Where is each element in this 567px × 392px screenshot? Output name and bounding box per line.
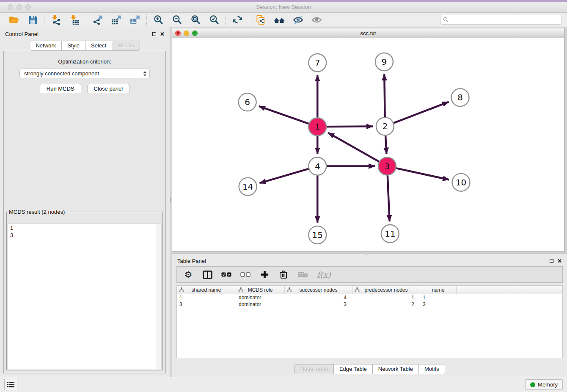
table-panel: Table Panel ✕ ⚙ (172, 254, 567, 377)
cell-shared-name[interactable]: 3 (177, 301, 236, 307)
column-type-icon (238, 287, 243, 292)
open-session-button[interactable] (8, 14, 20, 25)
network-canvas-svg[interactable]: 7968124314101511 (172, 38, 564, 251)
tab-edge-table[interactable]: Edge Table (333, 364, 373, 374)
edge-2-8[interactable] (385, 102, 449, 127)
node-table-body: 1dominator4113dominator323 (177, 294, 562, 308)
tab-motifs[interactable]: Motifs (418, 364, 445, 374)
criterion-select[interactable]: strongly connected component (19, 69, 150, 78)
app-title: Session: New Session (0, 4, 567, 10)
gear-icon: ⚙ (184, 270, 193, 280)
splitter-handle[interactable] (365, 253, 371, 254)
zoom-in-icon (153, 14, 164, 25)
run-mcds-button[interactable]: Run MCDS (40, 84, 81, 94)
refresh-icon (232, 14, 243, 25)
table-row[interactable]: 3dominator323 (177, 301, 562, 308)
search-input[interactable] (450, 17, 559, 23)
minimize-network-button[interactable]: − (184, 30, 189, 36)
control-panel-controls: ✕ (152, 32, 165, 36)
column-view-button[interactable] (202, 269, 212, 281)
main-toolbar (0, 13, 567, 27)
edge-3-10[interactable] (387, 166, 449, 180)
eye-icon (311, 14, 322, 25)
deselect-all-columns-button[interactable] (240, 269, 250, 281)
float-panel-icon[interactable] (152, 32, 156, 36)
cell-predecessor-nodes[interactable]: 1 (352, 295, 420, 301)
hide-selected-button[interactable] (292, 14, 304, 25)
list-icon (7, 381, 14, 388)
add-column-button[interactable] (259, 269, 270, 281)
network-canvas[interactable]: 7968124314101511 (172, 38, 564, 251)
duplicate-network-button[interactable] (255, 14, 267, 25)
save-floppy-icon (28, 14, 38, 25)
close-panel-icon[interactable]: ✕ (160, 32, 165, 36)
table-panel-header: Table Panel ✕ (172, 254, 567, 265)
tab-style[interactable]: Style (61, 41, 85, 51)
edge-3-1[interactable] (328, 133, 387, 166)
network-window-titlebar: scc.txt ✕ − + (172, 28, 564, 38)
panel-splitter-handle[interactable] (169, 198, 171, 204)
table-settings-button[interactable]: ⚙ (183, 269, 193, 281)
optimization-criterion-label: Optimization criterion: (4, 58, 165, 65)
delete-table-button (297, 269, 308, 281)
toolbar-search[interactable] (440, 15, 562, 25)
maximize-window-button[interactable] (25, 4, 31, 10)
close-panel-button[interactable]: Close panel (87, 84, 130, 94)
refresh-view-button[interactable] (231, 14, 243, 25)
export-network-icon (92, 14, 103, 25)
save-session-button[interactable] (27, 14, 39, 25)
tab-mcds[interactable]: MCDS (112, 41, 140, 51)
open-folder-icon (8, 14, 19, 25)
chevron-up-down-icon (143, 71, 147, 77)
column-header-mcds-role[interactable]: MCDS role (236, 286, 285, 294)
zoom-fit-button[interactable] (190, 14, 201, 25)
float-table-panel-icon[interactable] (550, 259, 553, 263)
result-scrollbar[interactable] (157, 224, 161, 369)
delete-column-button[interactable] (278, 269, 289, 281)
column-header-shared-name[interactable]: shared name (177, 286, 236, 294)
zoom-selected-button[interactable] (208, 14, 220, 25)
cell-name[interactable]: 3 (420, 301, 457, 307)
maximize-network-button[interactable]: + (192, 30, 198, 36)
mcds-result-text: 1 3 (8, 224, 161, 239)
close-window-button[interactable] (8, 4, 13, 10)
cell-name[interactable]: 1 (420, 295, 457, 301)
select-all-columns-button[interactable] (221, 269, 231, 281)
close-network-button[interactable]: ✕ (175, 30, 181, 36)
node-table: shared nameMCDS rolesuccessor nodesprede… (176, 285, 563, 358)
tab-select[interactable]: Select (85, 41, 112, 51)
close-table-panel-icon[interactable]: ✕ (557, 259, 562, 263)
network-window-controls: ✕ − + (175, 30, 198, 36)
tab-network[interactable]: Network (30, 41, 62, 51)
task-history-button[interactable] (4, 379, 17, 390)
import-network-button[interactable] (50, 14, 62, 25)
mcds-result-area[interactable]: 1 3 (8, 224, 162, 369)
cell-mcds-role[interactable]: dominator (236, 295, 285, 301)
cell-successor-nodes[interactable]: 4 (285, 295, 352, 301)
column-header-successor-nodes[interactable]: successor nodes (285, 286, 352, 294)
cell-mcds-role[interactable]: dominator (236, 301, 285, 307)
cell-shared-name[interactable]: 1 (177, 295, 236, 301)
column-header-name[interactable]: name (420, 286, 457, 294)
cell-predecessor-nodes[interactable]: 2 (352, 301, 420, 307)
table-panel-title: Table Panel (177, 258, 206, 264)
cell-successor-nodes[interactable]: 3 (285, 301, 352, 307)
table-row[interactable]: 1dominator411 (177, 294, 562, 301)
minimize-window-button[interactable] (17, 4, 22, 10)
import-network-icon (50, 14, 61, 25)
export-network-button[interactable] (92, 14, 104, 25)
import-group (44, 14, 86, 25)
tab-node-table[interactable]: Node Table (294, 364, 334, 374)
import-table-button[interactable] (69, 14, 80, 25)
export-image-button[interactable] (129, 14, 141, 25)
export-table-button[interactable] (110, 14, 122, 25)
column-header-predecessor-nodes[interactable]: predecessor nodes (352, 286, 420, 294)
show-all-networks-button[interactable] (273, 14, 285, 25)
memory-label: Memory (538, 381, 558, 388)
function-builder-button: f(x) (317, 269, 331, 281)
zoom-in-button[interactable] (152, 14, 164, 25)
tab-network-table[interactable]: Network Table (372, 364, 419, 374)
zoom-out-button[interactable] (171, 14, 183, 25)
column-type-icon (287, 287, 292, 292)
memory-button[interactable]: Memory (525, 379, 563, 390)
